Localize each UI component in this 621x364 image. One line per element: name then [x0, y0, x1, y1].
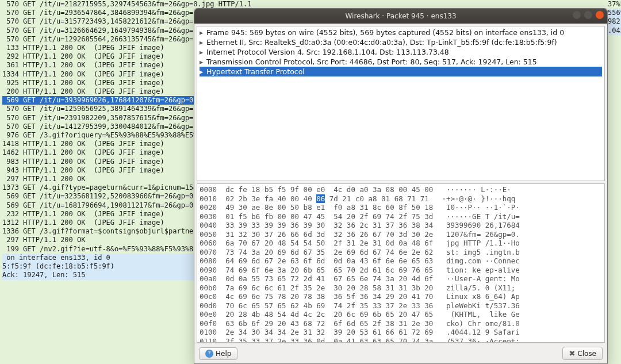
expand-arrow-icon[interactable]: ▸: [200, 57, 206, 67]
hex-row[interactable]: 0050 31 32 30 37 26 66 6d 3d 32 36 26 67…: [200, 230, 602, 239]
close-icon[interactable]: [596, 11, 604, 19]
hex-row[interactable]: 0040 33 39 33 39 39 36 39 30 32 36 2c 31…: [200, 221, 602, 230]
maximize-icon[interactable]: [584, 11, 592, 19]
help-icon: ?: [205, 350, 213, 358]
hex-row[interactable]: 0030 01 f5 b6 fb 00 00 47 45 54 20 2f 69…: [200, 212, 602, 221]
hex-row[interactable]: 0020 49 30 ae 8e 00 50 b8 e1 f0 a8 31 8c…: [200, 203, 602, 212]
minimize-icon[interactable]: [573, 11, 581, 19]
tree-row[interactable]: ▸ Internet Protocol Version 4, Src: 192.…: [200, 47, 602, 57]
tree-row[interactable]: ▸ Ethernet II, Src: RealtekS_d0:a0:3a (0…: [200, 37, 602, 47]
hex-row[interactable]: 00a0 0d 0a 55 73 65 72 2d 41 67 65 6e 74…: [200, 274, 602, 283]
window-title: Wireshark · Packet 945 · ens133: [345, 12, 456, 20]
expand-arrow-icon[interactable]: ▸: [200, 47, 206, 57]
right-edge-fragments: 37%E5569982.045: [608, 0, 621, 364]
tree-row-label: Frame 945: 569 bytes on wire (4552 bits)…: [206, 28, 564, 37]
packet-detail-window: Wireshark · Packet 945 · ens133 ▸ Frame …: [194, 8, 608, 364]
hex-row[interactable]: 0060 6a 70 67 20 48 54 54 50 2f 31 2e 31…: [200, 239, 602, 248]
hex-row[interactable]: 00b0 7a 69 6c 6c 61 2f 35 2e 30 20 28 58…: [200, 283, 602, 293]
hex-row[interactable]: 0070 73 74 3a 20 69 6d 67 35 2e 69 6d 67…: [200, 248, 602, 257]
help-button[interactable]: ? Help: [199, 347, 237, 360]
tree-row[interactable]: ▸ Hypertext Transfer Protocol: [200, 67, 602, 76]
hex-row[interactable]: 0010 02 2b 3e fa 40 00 40 06 7d 21 c0 a8…: [200, 194, 602, 204]
edge-fragment: .045: [608, 26, 621, 35]
hex-row[interactable]: 00c0 4c 69 6e 75 78 20 78 38 36 5f 36 34…: [200, 292, 602, 301]
expand-arrow-icon[interactable]: ▸: [200, 28, 206, 37]
tree-row[interactable]: ▸ Transmission Control Protocol, Src Por…: [200, 57, 602, 67]
tree-row-label: Transmission Control Protocol, Src Port:…: [206, 57, 537, 67]
hex-row[interactable]: 0000 dc fe 18 b5 f5 9f 00 e0 4c d0 a0 3a…: [200, 185, 602, 194]
expand-arrow-icon[interactable]: ▸: [200, 67, 206, 76]
dialog-button-bar: ? Help ✖ Close: [194, 343, 607, 363]
tree-row[interactable]: ▸ Frame 945: 569 bytes on wire (4552 bit…: [200, 28, 602, 37]
close-x-icon: ✖: [569, 349, 575, 358]
hex-row[interactable]: 0090 74 69 6f 6e 3a 20 6b 65 65 70 2d 61…: [200, 266, 602, 275]
edge-fragment: 982: [608, 17, 621, 26]
tree-row-label: Hypertext Transfer Protocol: [206, 67, 305, 76]
window-titlebar[interactable]: Wireshark · Packet 945 · ens133: [194, 9, 607, 24]
hex-row[interactable]: 00d0 70 6c 65 57 65 62 4b 69 74 2f 35 33…: [200, 301, 602, 311]
close-button[interactable]: ✖ Close: [562, 347, 603, 360]
close-button-label: Close: [577, 350, 596, 358]
tree-row-label: Ethernet II, Src: RealtekS_d0:a0:3a (00:…: [206, 37, 557, 47]
hex-row[interactable]: 0080 64 69 6d 67 2e 63 6f 6d 0d 0a 43 6f…: [200, 256, 602, 266]
hex-row[interactable]: 00e0 20 28 4b 48 54 4d 4c 2c 20 6c 69 6b…: [200, 310, 602, 319]
hex-dump-pane[interactable]: 0000 dc fe 18 b5 f5 9f 00 e0 4c d0 a0 3a…: [197, 183, 605, 343]
edge-fragment: 5569: [608, 9, 621, 17]
help-button-label: Help: [216, 350, 231, 358]
edge-fragment: 37%E: [608, 0, 621, 9]
packet-list-row[interactable]: 570 GET /it/u=2182715955,3297454563&fm=2…: [2, 0, 621, 9]
tree-row-label: Internet Protocol Version 4, Src: 192.16…: [206, 47, 449, 57]
protocol-tree-pane[interactable]: ▸ Frame 945: 569 bytes on wire (4552 bit…: [197, 26, 605, 181]
hex-row[interactable]: 0100 2e 34 30 34 34 2e 31 32 39 20 53 61…: [200, 328, 602, 337]
hex-row[interactable]: 00f0 63 6b 6f 29 20 43 68 72 6f 6d 65 2f…: [200, 319, 602, 328]
expand-arrow-icon[interactable]: ▸: [200, 37, 206, 47]
hex-row[interactable]: 0110 2f 35 33 37 2e 33 36 0d 0a 41 63 63…: [200, 337, 602, 343]
